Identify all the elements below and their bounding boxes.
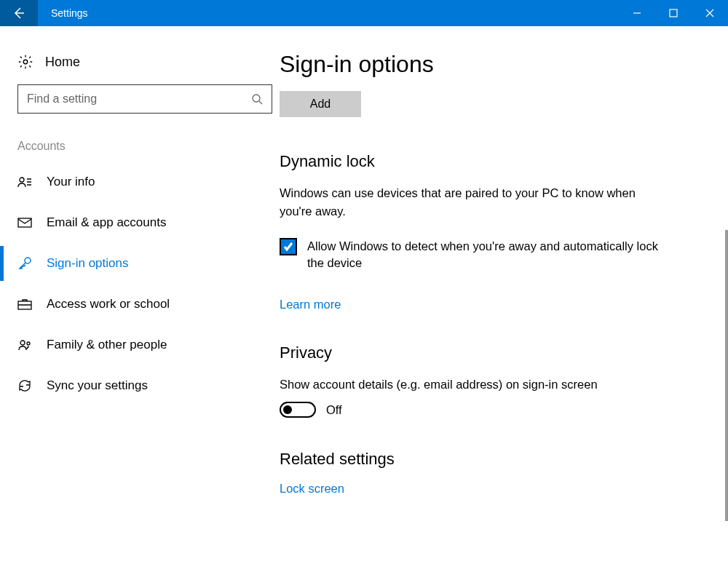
privacy-description: Show account details (e.g. email address… xyxy=(280,376,658,394)
dynamic-lock-section: Dynamic lock Windows can use devices tha… xyxy=(280,152,711,311)
search-box[interactable] xyxy=(17,84,272,114)
people-icon xyxy=(17,338,32,352)
related-title: Related settings xyxy=(280,450,711,469)
dynamic-lock-description: Windows can use devices that are paired … xyxy=(280,184,658,221)
sidebar-item-label: Your info xyxy=(47,175,95,189)
home-link[interactable]: Home xyxy=(0,48,277,84)
lock-screen-link[interactable]: Lock screen xyxy=(280,482,344,496)
back-arrow-icon xyxy=(12,6,26,20)
svg-point-1 xyxy=(23,60,28,64)
svg-rect-4 xyxy=(18,218,31,227)
privacy-title: Privacy xyxy=(280,343,711,362)
privacy-toggle-row: Off xyxy=(280,402,711,418)
minimize-button[interactable] xyxy=(619,0,655,26)
page-title: Sign-in options xyxy=(280,51,711,78)
sidebar-item-your-info[interactable]: Your info xyxy=(0,162,277,202)
sidebar-item-label: Sign-in options xyxy=(47,256,128,271)
checkbox-checked[interactable] xyxy=(280,238,297,255)
scrollbar[interactable] xyxy=(725,230,728,521)
sidebar-item-email[interactable]: Email & app accounts xyxy=(0,202,277,243)
home-label: Home xyxy=(45,55,80,70)
dynamic-lock-title: Dynamic lock xyxy=(280,152,711,171)
svg-point-3 xyxy=(20,178,24,182)
sidebar: Home Accounts Your info Email & app xyxy=(0,26,277,572)
window-controls xyxy=(619,0,728,26)
sidebar-item-sync[interactable]: Sync your settings xyxy=(0,365,277,406)
privacy-section: Privacy Show account details (e.g. email… xyxy=(280,343,711,418)
search-input[interactable] xyxy=(27,92,251,106)
gear-icon xyxy=(17,54,33,70)
maximize-icon xyxy=(669,9,678,17)
sidebar-item-signin[interactable]: Sign-in options xyxy=(0,243,277,284)
checkbox-label: Allow Windows to detect when you're away… xyxy=(307,238,658,271)
svg-point-2 xyxy=(253,95,260,102)
add-button[interactable]: Add xyxy=(280,91,361,117)
titlebar: Settings xyxy=(0,0,728,26)
learn-more-link[interactable]: Learn more xyxy=(280,298,341,311)
privacy-toggle[interactable] xyxy=(280,402,316,418)
app-title: Settings xyxy=(38,7,619,19)
key-icon xyxy=(17,256,32,271)
sync-icon xyxy=(17,378,32,393)
search-icon xyxy=(251,93,263,105)
minimize-icon xyxy=(633,9,641,17)
svg-point-7 xyxy=(20,341,25,345)
sidebar-item-label: Sync your settings xyxy=(47,378,148,393)
toggle-state-label: Off xyxy=(326,403,342,417)
dynamic-lock-checkbox-row[interactable]: Allow Windows to detect when you're away… xyxy=(280,238,658,271)
svg-point-5 xyxy=(25,258,31,263)
sidebar-item-work[interactable]: Access work or school xyxy=(0,284,277,325)
svg-point-8 xyxy=(27,342,30,345)
user-icon xyxy=(17,175,32,189)
related-settings-section: Related settings Lock screen xyxy=(280,450,711,496)
close-icon xyxy=(705,9,714,17)
checkmark-icon xyxy=(282,241,294,253)
back-button[interactable] xyxy=(0,0,38,26)
sidebar-item-label: Access work or school xyxy=(47,297,170,311)
svg-rect-0 xyxy=(670,9,677,17)
envelope-icon xyxy=(17,215,32,230)
close-button[interactable] xyxy=(692,0,728,26)
sidebar-item-label: Email & app accounts xyxy=(47,215,166,230)
main-content: Sign-in options Add Dynamic lock Windows… xyxy=(277,26,728,572)
maximize-button[interactable] xyxy=(655,0,692,26)
sidebar-item-label: Family & other people xyxy=(47,338,167,352)
sidebar-item-family[interactable]: Family & other people xyxy=(0,325,277,365)
briefcase-icon xyxy=(17,297,32,311)
section-label: Accounts xyxy=(0,135,277,162)
